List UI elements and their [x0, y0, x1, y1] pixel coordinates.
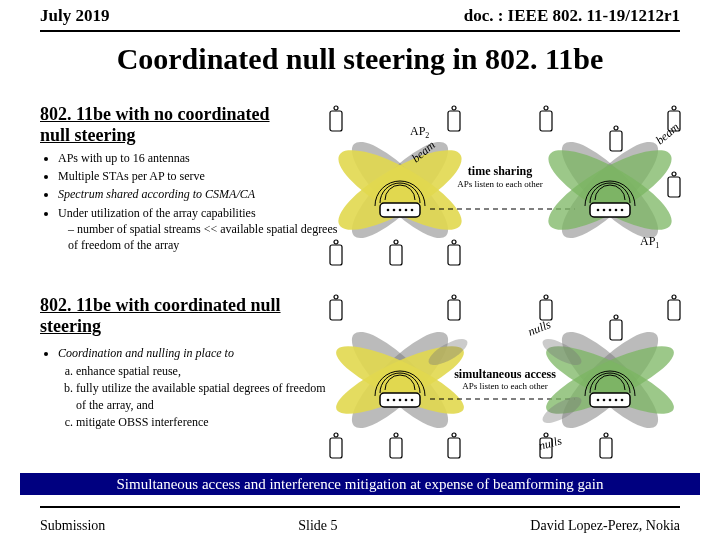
svg-rect-57 — [448, 438, 460, 458]
svg-rect-53 — [330, 438, 342, 458]
header-date: July 2019 — [40, 6, 109, 26]
svg-point-17 — [394, 240, 398, 244]
simul-note: APs listen to each other — [462, 381, 547, 391]
svg-point-67 — [603, 399, 606, 402]
footer-center: Slide 5 — [298, 518, 337, 534]
svg-point-13 — [452, 106, 456, 110]
svg-point-8 — [405, 209, 408, 212]
ap2-label: AP2 — [410, 124, 429, 140]
svg-point-15 — [334, 240, 338, 244]
section2-b1: Coordination and nulling in place to enh… — [58, 345, 338, 430]
svg-point-58 — [452, 433, 456, 437]
svg-point-33 — [672, 106, 676, 110]
section2-bullets: Coordination and nulling in place to enh… — [40, 345, 338, 432]
ap1-label: AP1 — [640, 234, 659, 250]
footer-rule — [40, 506, 680, 508]
svg-rect-73 — [668, 300, 680, 320]
svg-rect-10 — [330, 111, 342, 131]
section1-bullets: APs with up to 16 antennas Multiple STAs… — [40, 150, 338, 255]
svg-point-44 — [387, 399, 390, 402]
svg-point-27 — [609, 209, 612, 212]
svg-point-56 — [394, 433, 398, 437]
summary-text: Simultaneous access and interference mit… — [117, 476, 604, 493]
svg-point-72 — [544, 295, 548, 299]
svg-rect-34 — [610, 131, 622, 151]
section1-b3: Spectrum shared according to CSMA/CA — [58, 186, 338, 202]
time-sharing-label: time sharing — [468, 164, 532, 178]
svg-point-48 — [411, 399, 414, 402]
svg-rect-75 — [610, 320, 622, 340]
svg-point-19 — [452, 240, 456, 244]
svg-rect-77 — [600, 438, 612, 458]
svg-rect-16 — [390, 245, 402, 265]
diagram-bottom: simultaneous access APs listen to each o… — [300, 290, 700, 470]
section1-b1: APs with up to 16 antennas — [58, 150, 338, 166]
svg-rect-14 — [330, 245, 342, 265]
ap2b-cluster — [329, 320, 471, 440]
section2-b1c: mitigate OBSS interference — [76, 414, 338, 430]
svg-point-31 — [544, 106, 548, 110]
header-doc: doc. : IEEE 802. 11-19/1212r1 — [464, 6, 680, 26]
svg-point-37 — [672, 172, 676, 176]
svg-point-5 — [387, 209, 390, 212]
svg-point-74 — [672, 295, 676, 299]
svg-point-70 — [621, 399, 624, 402]
svg-point-7 — [399, 209, 402, 212]
svg-point-68 — [609, 399, 612, 402]
header-rule — [40, 30, 680, 32]
svg-point-47 — [405, 399, 408, 402]
section1-b4: Under utilization of the array capabilit… — [58, 205, 338, 254]
summary-band: Simultaneous access and interference mit… — [20, 473, 700, 495]
svg-rect-51 — [448, 300, 460, 320]
simul-label: simultaneous access — [454, 367, 556, 381]
svg-point-11 — [334, 106, 338, 110]
time-sharing-note: APs listen to each other — [457, 179, 542, 189]
svg-point-78 — [604, 433, 608, 437]
svg-point-45 — [393, 399, 396, 402]
section1-heading: 802. 11be with no coordinated null steer… — [40, 104, 300, 145]
nulls-label-bottom: nulls — [537, 433, 563, 453]
svg-point-66 — [597, 399, 600, 402]
svg-point-76 — [614, 315, 618, 319]
section1-b4a: – number of spatial streams << available… — [68, 221, 338, 253]
section2-b1a: enhance spatial reuse, — [76, 363, 338, 379]
svg-point-6 — [393, 209, 396, 212]
svg-point-46 — [399, 399, 402, 402]
svg-rect-49 — [330, 300, 342, 320]
svg-point-54 — [334, 433, 338, 437]
ap2-cluster — [328, 130, 471, 250]
svg-point-69 — [615, 399, 618, 402]
svg-point-25 — [597, 209, 600, 212]
svg-point-28 — [615, 209, 618, 212]
svg-point-26 — [603, 209, 606, 212]
svg-point-9 — [411, 209, 414, 212]
footer-right: David Lopez-Perez, Nokia — [530, 518, 680, 534]
section2-b1b: fully utilize the available spatial degr… — [76, 380, 338, 412]
footer-left: Submission — [40, 518, 105, 534]
svg-point-52 — [452, 295, 456, 299]
svg-point-50 — [334, 295, 338, 299]
svg-rect-55 — [390, 438, 402, 458]
svg-rect-12 — [448, 111, 460, 131]
section2-heading: 802. 11be with coordinated null steering — [40, 295, 300, 336]
svg-rect-36 — [668, 177, 680, 197]
svg-point-35 — [614, 126, 618, 130]
svg-rect-18 — [448, 245, 460, 265]
svg-rect-30 — [540, 111, 552, 131]
page-title: Coordinated null steering in 802. 11be — [0, 42, 720, 76]
section1-b2: Multiple STAs per AP to serve — [58, 168, 338, 184]
diagram-top: AP2 beam time sharing APs listen to each… — [300, 95, 700, 275]
svg-point-29 — [621, 209, 624, 212]
